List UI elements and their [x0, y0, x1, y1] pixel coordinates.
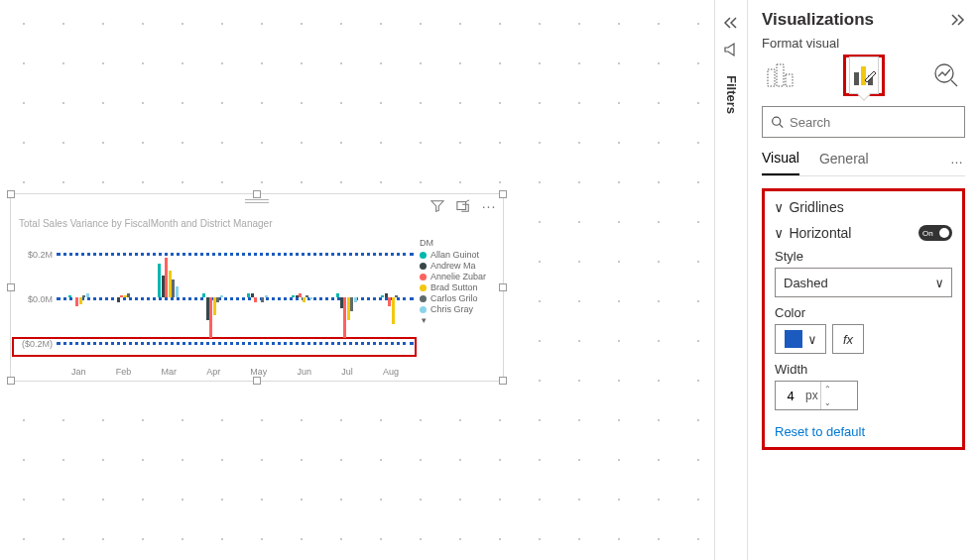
svg-rect-4: [854, 72, 859, 85]
bar[interactable]: [395, 295, 398, 297]
width-label: Width: [775, 362, 952, 377]
bar[interactable]: [86, 293, 89, 298]
resize-handle[interactable]: [7, 283, 15, 291]
chart-visual[interactable]: ··· Total Sales Variance by FiscalMonth …: [10, 193, 504, 382]
analytics-button[interactable]: [927, 56, 965, 94]
bar[interactable]: [261, 297, 264, 302]
bar[interactable]: [309, 297, 312, 299]
gridline: [57, 297, 414, 300]
resize-handle[interactable]: [7, 190, 15, 198]
spinner-up-icon[interactable]: ⌃: [821, 382, 835, 395]
bar[interactable]: [216, 297, 219, 302]
resize-handle[interactable]: [253, 377, 261, 385]
svg-rect-0: [457, 202, 466, 210]
svg-rect-3: [786, 74, 793, 86]
legend-item[interactable]: Annelie Zubar: [420, 272, 489, 281]
legend-label: Carlos Grilo: [430, 293, 478, 303]
filters-rail: Filters: [714, 0, 748, 560]
legend-item[interactable]: Brad Sutton: [420, 282, 489, 292]
tab-visual[interactable]: Visual: [762, 150, 799, 175]
legend-item[interactable]: Chris Gray: [420, 304, 489, 314]
reset-to-default-link[interactable]: Reset to default: [775, 424, 952, 439]
bar[interactable]: [265, 295, 268, 297]
tab-more[interactable]: …: [950, 152, 965, 174]
legend-dot-icon: [420, 274, 427, 280]
legend-label: Andrew Ma: [430, 261, 476, 271]
gridline: [57, 253, 414, 256]
resize-handle[interactable]: [7, 377, 15, 385]
gridlines-toggle[interactable]: ∨ Gridlines: [775, 199, 952, 215]
y-axis-labels: $0.2M $0.0M ($0.2M): [19, 250, 57, 349]
plot-area: JanFeb MarApr MayJun JulAug: [57, 238, 414, 377]
svg-rect-2: [777, 64, 784, 86]
legend-item[interactable]: Carlos Grilo: [420, 293, 489, 303]
svg-rect-5: [861, 66, 866, 85]
horizontal-on-toggle[interactable]: On: [918, 225, 952, 241]
bar[interactable]: [127, 293, 130, 298]
legend-dot-icon: [420, 263, 427, 270]
legend-item[interactable]: Allan Guinot: [420, 250, 489, 260]
legend-dot-icon: [420, 284, 427, 291]
search-icon: [771, 115, 784, 129]
legend-label: Annelie Zubar: [430, 272, 486, 281]
legend-more-icon[interactable]: ▾: [420, 315, 489, 325]
bar[interactable]: [254, 297, 257, 302]
report-canvas[interactable]: ··· Total Sales Variance by FiscalMonth …: [0, 0, 714, 560]
chevron-down-icon: ∨: [775, 225, 783, 241]
bar[interactable]: [176, 286, 179, 297]
chevron-down-icon: ∨: [935, 276, 943, 290]
legend-item[interactable]: Andrew Ma: [420, 261, 489, 271]
bar[interactable]: [220, 295, 223, 297]
svg-rect-1: [768, 69, 775, 86]
legend-label: Allan Guinot: [430, 250, 479, 260]
resize-handle[interactable]: [499, 190, 507, 198]
legend-label: Chris Gray: [430, 304, 473, 314]
focus-mode-icon[interactable]: [455, 198, 471, 214]
spinner-down-icon[interactable]: ⌄: [821, 395, 835, 409]
bar[interactable]: [392, 297, 395, 324]
bar[interactable]: [68, 295, 71, 297]
color-swatch: [785, 330, 802, 348]
chevron-down-icon: ∨: [775, 199, 783, 215]
horizontal-toggle-header[interactable]: ∨ Horizontal: [775, 225, 851, 241]
color-picker[interactable]: ∨: [775, 324, 826, 354]
search-field[interactable]: [790, 115, 956, 130]
bar[interactable]: [79, 297, 82, 304]
drag-handle-icon[interactable]: [245, 197, 269, 205]
width-input[interactable]: [776, 389, 805, 403]
svg-point-8: [773, 117, 781, 125]
bar[interactable]: [117, 297, 120, 302]
chart-legend: DM Allan GuinotAndrew MaAnnelie ZubarBra…: [414, 238, 489, 371]
filters-label[interactable]: Filters: [724, 75, 739, 114]
legend-dot-icon: [420, 252, 427, 259]
resize-handle[interactable]: [499, 283, 507, 291]
chart-title: Total Sales Variance by FiscalMonth and …: [19, 218, 272, 229]
tab-general[interactable]: General: [819, 151, 869, 174]
legend-label: Brad Sutton: [430, 282, 478, 292]
fx-button[interactable]: fx: [832, 324, 864, 354]
svg-point-7: [935, 64, 953, 82]
legend-dot-icon: [420, 306, 427, 313]
expand-icon[interactable]: [949, 13, 965, 27]
panel-subtitle: Format visual: [762, 36, 965, 51]
search-input[interactable]: [762, 106, 965, 138]
collapse-icon[interactable]: [723, 16, 739, 30]
width-stepper[interactable]: px ⌃ ⌄: [775, 381, 858, 410]
format-visual-button[interactable]: [845, 56, 883, 94]
gridlines-section: ∨ Gridlines ∨ Horizontal On Style Dashed…: [762, 188, 965, 450]
style-select[interactable]: Dashed ∨: [775, 268, 952, 297]
highlight-annotation: [12, 337, 417, 357]
more-options-icon[interactable]: ···: [481, 198, 497, 214]
x-axis-labels: JanFeb MarApr MayJun JulAug: [57, 367, 414, 377]
resize-handle[interactable]: [499, 377, 507, 385]
visualizations-panel: Visualizations Format visual Visual Gene…: [748, 0, 979, 560]
filter-icon[interactable]: [429, 198, 445, 214]
announce-icon[interactable]: [723, 42, 739, 57]
color-label: Color: [775, 305, 952, 320]
legend-dot-icon: [420, 295, 427, 302]
panel-title: Visualizations: [762, 10, 874, 30]
bar[interactable]: [303, 297, 306, 302]
build-visual-button[interactable]: [762, 56, 799, 94]
chevron-down-icon: ∨: [808, 332, 816, 347]
bar[interactable]: [354, 297, 357, 302]
